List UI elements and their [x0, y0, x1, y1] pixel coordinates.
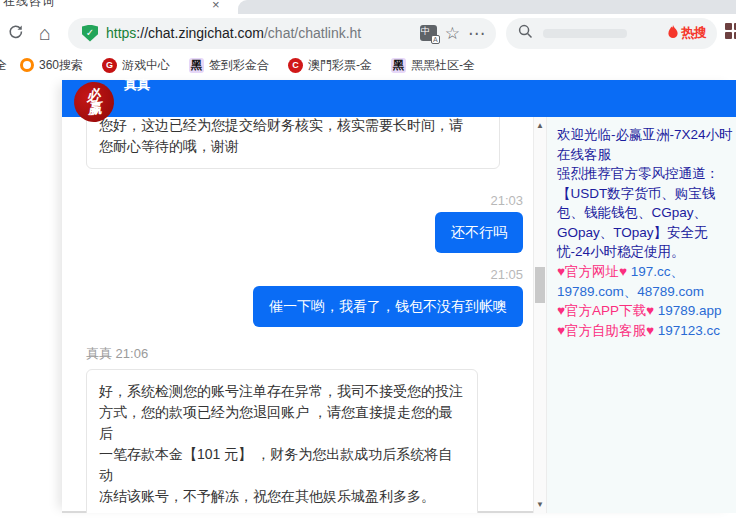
bookmark-signin-bonus[interactable]: 黑 签到彩金合 [189, 57, 269, 74]
flame-icon [667, 25, 679, 42]
chat-window: 必 赢 真真 您好，这边已经为您提交给财务核实，核实需要长时间，请 您耐心等待的… [62, 80, 736, 513]
hei-icon: 黑 [391, 58, 406, 73]
scroll-up-icon[interactable]: ▲ [534, 121, 546, 130]
user-message: 还不行吗 [435, 212, 523, 253]
secure-shield-icon[interactable]: ✓ [82, 25, 98, 42]
welcome-line: 欢迎光临-必赢亚洲-7X24小时在线客服 [557, 125, 734, 164]
more-options-icon[interactable]: ⋯ [468, 23, 486, 44]
search-icon [518, 24, 533, 43]
bookmark-macau-lottery[interactable]: C 澳門彩票-金 [288, 57, 372, 74]
search-placeholder-faint [543, 29, 627, 38]
message-timestamp: 21:03 [490, 193, 523, 208]
tab-close-icon[interactable]: × [212, 0, 220, 12]
hot-search-label: 热搜 [681, 24, 707, 42]
hei-icon: 黑 [189, 58, 204, 73]
app-download-link[interactable]: 19789.app [654, 303, 722, 318]
chat-header: 必 赢 真真 [62, 80, 736, 117]
welcome-sidebar: 欢迎光临-必赢亚洲-7X24小时在线客服 强烈推荐官方零风控通道： 【USDT数… [547, 117, 736, 513]
url-text[interactable]: https://chat.zingichat.com/chat/chatlink… [106, 25, 412, 41]
chat-body: 您好，这边已经为您提交给财务核实，核实需要长时间，请 您耐心等待的哦，谢谢 21… [62, 117, 736, 513]
agent-name-timestamp: 真真 21:06 [86, 345, 148, 363]
url-path: /chat/chatlink.ht [264, 25, 361, 41]
refresh-icon[interactable] [0, 23, 30, 44]
apps-grid-icon[interactable] [725, 23, 736, 43]
url-scheme: https [106, 25, 136, 41]
agent-message: 好，系统检测您的账号注单存在异常，我司不接受您的投注 方式，您的款项已经为您退回… [86, 369, 478, 513]
message-timestamp: 21:05 [490, 267, 523, 282]
url-host: ://chat.zingichat.com [136, 25, 264, 41]
browser-toolbar: ⌂ ✓ https://chat.zingichat.com/chat/chat… [0, 14, 736, 52]
bookmark-game-center[interactable]: G 游戏中心 [102, 57, 170, 74]
address-bar[interactable]: ✓ https://chat.zingichat.com/chat/chatli… [68, 18, 496, 49]
agent-name: 真真 [124, 76, 150, 94]
bookmark-360-search[interactable]: 360搜索 [20, 57, 83, 74]
self-service-link[interactable]: 197123.cc [654, 323, 720, 338]
agent-message: 您好，这边已经为您提交给财务核实，核实需要长时间，请 您耐心等待的哦，谢谢 [86, 117, 500, 169]
scrollbar-thumb[interactable] [535, 267, 545, 303]
bookmark-star-icon[interactable]: ☆ [445, 23, 460, 44]
360-icon [20, 58, 34, 72]
official-site-line: ♥官方网址♥ 197.cc、19789.com、48789.com [557, 262, 734, 301]
hot-search-button[interactable]: 热搜 [667, 24, 707, 42]
app-download-line: ♥官方APP下载♥ 19789.app [557, 301, 734, 321]
translate-icon[interactable]: 中 A [420, 25, 437, 41]
bookmarks-bar: 全 360搜索 G 游戏中心 黑 签到彩金合 C 澳門彩票-金 黑 黑黑社区-全 [0, 52, 736, 78]
message-list: 您好，这边已经为您提交给财务核实，核实需要长时间，请 您耐心等待的哦，谢谢 21… [62, 117, 533, 513]
user-message: 催一下哟，我看了，钱包不没有到帐噢 [253, 286, 523, 327]
self-service-line: ♥官方自助客服♥ 197123.cc [557, 321, 734, 341]
scroll-down-icon[interactable]: ▼ [534, 500, 546, 509]
search-box[interactable]: 热搜 [506, 18, 717, 49]
game-center-icon: G [102, 58, 117, 73]
chat-scrollbar[interactable]: ▲ ▼ [533, 117, 547, 513]
welcome-line: 【USDT数字货币、购宝钱包、钱能钱包、CGpay、 GOpay、TOpay】安… [557, 184, 734, 262]
macau-icon: C [288, 58, 303, 73]
bookmark-heihei-community[interactable]: 黑 黑黑社区-全 [391, 57, 475, 74]
bookmark-quan[interactable]: 全 [0, 57, 7, 74]
welcome-line: 强烈推荐官方零风控通道： [557, 164, 734, 184]
tab-strip: 在线咨询 × [0, 0, 736, 14]
tab-strip-background [238, 0, 736, 14]
tab-title[interactable]: 在线咨询 [3, 0, 55, 10]
home-icon[interactable]: ⌂ [30, 22, 60, 45]
